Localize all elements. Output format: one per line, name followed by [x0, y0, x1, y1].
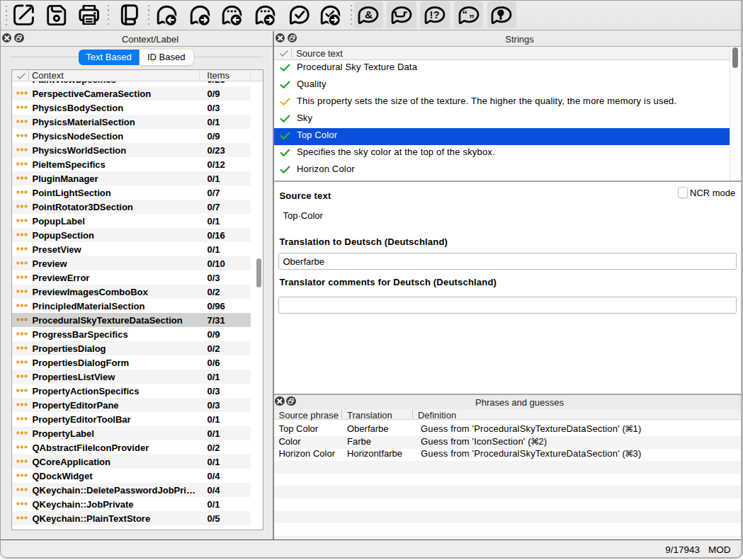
svg-text:&: & [365, 8, 373, 21]
svg-text:“: “ [462, 7, 467, 19]
svg-text:!?: !? [430, 8, 441, 20]
svg-text:„: „ [469, 6, 475, 18]
